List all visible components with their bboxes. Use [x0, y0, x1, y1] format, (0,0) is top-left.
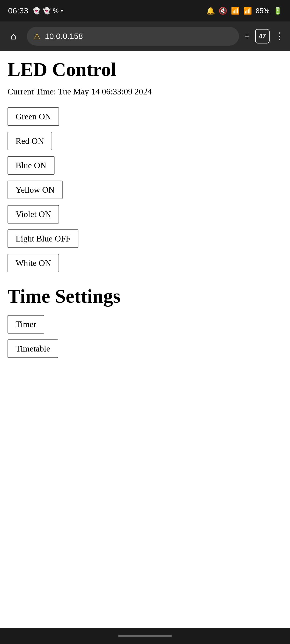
led-buttons-section: Green ON Red ON Blue ON Yellow ON Violet…	[8, 107, 282, 272]
status-left: 06:33 👻 👻 % •	[8, 6, 63, 15]
mute-icon: 🔇	[219, 7, 227, 15]
ghost-icon-1: 👻	[32, 7, 41, 14]
battery-text: 85%	[256, 7, 270, 15]
violet-on-button[interactable]: Violet ON	[8, 205, 59, 224]
tabs-button[interactable]: 47	[255, 29, 270, 43]
time-settings-title: Time Settings	[8, 286, 282, 307]
menu-icon: ⋮	[275, 31, 285, 42]
white-on-button[interactable]: White ON	[8, 254, 59, 272]
percent-icon: %	[53, 7, 59, 14]
home-button[interactable]: ⌂	[5, 28, 21, 44]
time-settings-buttons: Timer Timetable	[8, 315, 282, 358]
dot-icon: •	[61, 7, 63, 14]
warning-icon: ⚠	[33, 32, 41, 41]
signal-icon: 📶	[243, 7, 252, 15]
blue-on-button[interactable]: Blue ON	[8, 156, 55, 175]
page-title: LED Control	[8, 59, 282, 80]
menu-button[interactable]: ⋮	[275, 31, 285, 42]
nav-indicator	[118, 635, 172, 637]
battery-icon: 🔋	[273, 7, 282, 15]
ghost-icon-2: 👻	[43, 7, 51, 14]
home-icon: ⌂	[10, 31, 16, 42]
status-right: 🔔 🔇 📶 📶 85% 🔋	[206, 7, 282, 15]
green-on-button[interactable]: Green ON	[8, 107, 59, 126]
wifi-icon: 📶	[231, 7, 240, 15]
url-text: 10.0.0.158	[45, 32, 83, 41]
browser-actions: + 47 ⋮	[244, 29, 285, 43]
bottom-nav-bar	[0, 628, 290, 644]
current-time: Current Time: Tue May 14 06:33:09 2024	[8, 87, 282, 97]
red-on-button[interactable]: Red ON	[8, 132, 52, 150]
timer-button[interactable]: Timer	[8, 315, 44, 334]
yellow-on-button[interactable]: Yellow ON	[8, 181, 63, 199]
status-time: 06:33	[8, 6, 28, 15]
browser-bar: ⌂ ⚠ 10.0.0.158 + 47 ⋮	[0, 21, 290, 51]
main-content: LED Control Current Time: Tue May 14 06:…	[0, 51, 290, 374]
light-blue-off-button[interactable]: Light Blue OFF	[8, 229, 78, 248]
tab-count: 47	[259, 32, 266, 40]
notification-icon: 🔔	[206, 7, 215, 15]
add-tab-button[interactable]: +	[244, 31, 250, 42]
plus-icon: +	[244, 31, 250, 42]
timetable-button[interactable]: Timetable	[8, 339, 58, 358]
status-icons-left: 👻 👻 % •	[32, 7, 63, 14]
address-bar[interactable]: ⚠ 10.0.0.158	[27, 27, 239, 46]
status-bar: 06:33 👻 👻 % • 🔔 🔇 📶 📶 85% 🔋	[0, 0, 290, 21]
